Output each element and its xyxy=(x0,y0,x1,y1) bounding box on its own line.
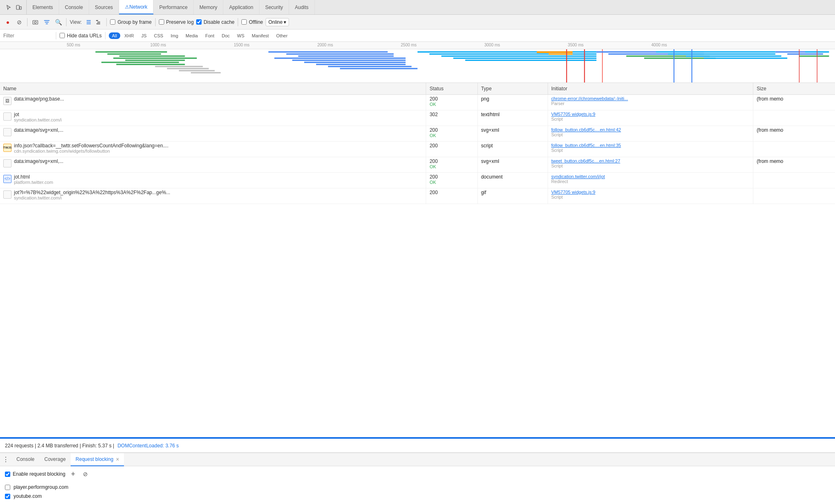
type-cell: svg+xml xyxy=(477,126,548,141)
table-row[interactable]: 🖼 data:image/png;base... 200 OK png chro… xyxy=(0,94,835,110)
filter-type-manifest[interactable]: Manifest xyxy=(248,32,272,39)
tab-application[interactable]: Application xyxy=(223,0,259,14)
initiator-link[interactable]: VM57705 widgets.js:9 xyxy=(551,190,750,195)
initiator-link[interactable]: follow_button.cb6df5c....en.html:42 xyxy=(551,127,750,132)
svg-rect-22 xyxy=(304,62,406,63)
tab-label: Sources xyxy=(95,5,113,10)
record-button[interactable]: ● xyxy=(3,18,12,27)
separator xyxy=(27,18,28,26)
initiator-link[interactable]: VM57705 widgets.js:9 xyxy=(551,112,750,117)
online-select[interactable]: Online ▾ xyxy=(266,18,289,26)
name-cell: data:image/svg+xml,... xyxy=(0,157,426,172)
name-sub: platform.twitter.com xyxy=(14,180,53,185)
hide-data-urls-wrap[interactable]: Hide data URLs xyxy=(60,33,102,39)
filter-type-doc[interactable]: Doc xyxy=(218,32,233,39)
camera-button[interactable] xyxy=(31,18,40,27)
device-icon[interactable] xyxy=(15,3,23,11)
offline-checkbox[interactable] xyxy=(241,19,247,25)
rb-item-checkbox[interactable] xyxy=(5,485,10,490)
filter-type-font[interactable]: Font xyxy=(202,32,218,39)
block-icon[interactable]: ⊘ xyxy=(81,470,90,479)
filter-type-media[interactable]: Media xyxy=(182,32,201,39)
ruler-mark: 500 ms xyxy=(67,43,80,47)
status-cell: 302 xyxy=(426,110,477,126)
svg-rect-30 xyxy=(465,60,596,61)
type-value: text/html xyxy=(481,112,500,117)
filter-type-img[interactable]: Img xyxy=(167,32,181,39)
add-pattern-button[interactable]: + xyxy=(69,470,78,479)
tab-security[interactable]: Security xyxy=(259,0,289,14)
col-header-size[interactable]: Size xyxy=(753,83,835,94)
bottom-tab-console[interactable]: Console xyxy=(11,453,39,466)
tab-network[interactable]: ⚠Network xyxy=(119,0,154,14)
initiator-link[interactable]: syndication.twitter.com/i/jot xyxy=(551,174,750,179)
hide-data-urls-checkbox[interactable] xyxy=(60,33,65,38)
table-row[interactable]: jot syndication.twitter.com/i 302 text/h… xyxy=(0,110,835,126)
initiator-link[interactable]: follow_button.cb6df5c....en.html:35 xyxy=(551,143,750,148)
tab-audits[interactable]: Audits xyxy=(289,0,314,14)
col-header-status[interactable]: Status xyxy=(426,83,477,94)
tab-sources[interactable]: Sources xyxy=(89,0,119,14)
filter-type-ws[interactable]: WS xyxy=(234,32,248,39)
col-header-initiator[interactable]: Initiator xyxy=(548,83,753,94)
initiator-link[interactable]: chrome-error://chromewebdata/:-Initi... xyxy=(551,96,750,101)
tab-performance[interactable]: Performance xyxy=(154,0,194,14)
ruler-mark: 2500 ms xyxy=(401,43,416,47)
tab-label: Performance xyxy=(159,5,188,10)
waterfall-view-button[interactable] xyxy=(94,18,103,27)
network-table-scroll[interactable]: Name Status Type Initiator Size 🖼 data:i… xyxy=(0,83,835,438)
size-value: (from memo xyxy=(757,127,783,133)
filter-type-js[interactable]: JS xyxy=(138,32,150,39)
separator5 xyxy=(238,18,238,26)
view-label: View: xyxy=(70,19,82,25)
filter-type-all[interactable]: All xyxy=(109,32,120,39)
filter-separator2 xyxy=(105,32,106,39)
group-by-frame-checkbox[interactable] xyxy=(110,19,115,25)
clear-button[interactable]: ⊘ xyxy=(15,18,24,27)
close-icon[interactable]: × xyxy=(116,456,119,462)
filter-input[interactable] xyxy=(3,33,53,39)
bottom-tab-request-blocking[interactable]: Request blocking× xyxy=(71,453,124,466)
svg-rect-7 xyxy=(96,20,98,21)
tab-label: Application xyxy=(229,5,253,10)
disable-cache-checkbox[interactable] xyxy=(196,19,202,25)
tab-elements[interactable]: Elements xyxy=(27,0,59,14)
table-row[interactable]: jot?l=%7B%22widget_origin%22%3A%22https%… xyxy=(0,188,835,204)
status-cell: 200 OK xyxy=(426,126,477,141)
enable-blocking-wrap[interactable]: Enable request blocking xyxy=(5,471,65,477)
initiator-link[interactable]: tweet_button.cb6df5c....en.html:27 xyxy=(551,158,750,163)
col-header-type[interactable]: Type xyxy=(477,83,548,94)
filter-type-other[interactable]: Other xyxy=(273,32,291,39)
name-main: data:image/svg+xml,... xyxy=(14,158,63,164)
ruler-mark: 1000 ms xyxy=(150,43,166,47)
rb-item-checkbox[interactable] xyxy=(5,494,10,499)
tab-console[interactable]: Console xyxy=(59,0,89,14)
filter-type-css[interactable]: CSS xyxy=(151,32,167,39)
initiator-sub: Parser xyxy=(551,101,750,106)
enable-blocking-checkbox[interactable] xyxy=(5,472,10,477)
table-row[interactable]: data:image/svg+xml,... 200 OK svg+xml tw… xyxy=(0,157,835,172)
group-by-frame-wrap[interactable]: Group by frame xyxy=(110,19,151,25)
bottom-tab-coverage[interactable]: Coverage xyxy=(39,453,71,466)
bottom-tab-label: Console xyxy=(16,456,34,462)
filter-separator xyxy=(56,32,56,39)
status-ok: OK xyxy=(429,180,474,185)
cursor-icon[interactable] xyxy=(5,3,13,11)
table-row[interactable]: data:image/svg+xml,... 200 OK svg+xml fo… xyxy=(0,126,835,141)
offline-wrap[interactable]: Offline xyxy=(241,19,263,25)
col-header-name[interactable]: Name xyxy=(0,83,426,94)
filter-type-xhr[interactable]: XHR xyxy=(121,32,137,39)
table-row[interactable]: TWJS info.json?callback=__twttr.setFollo… xyxy=(0,141,835,157)
preserve-log-wrap[interactable]: Preserve log xyxy=(159,19,194,25)
list-view-button[interactable] xyxy=(84,18,93,27)
enable-blocking-label: Enable request blocking xyxy=(13,471,65,477)
tab-memory[interactable]: Memory xyxy=(194,0,223,14)
disable-cache-wrap[interactable]: Disable cache xyxy=(196,19,234,25)
svg-rect-1 xyxy=(20,7,21,9)
preserve-log-checkbox[interactable] xyxy=(159,19,164,25)
filter-button[interactable] xyxy=(42,18,51,27)
search-button[interactable]: 🔍 xyxy=(54,18,63,27)
bottom-panel: ⋮ ConsoleCoverageRequest blocking× Enabl… xyxy=(0,453,835,504)
table-row[interactable]: </> jot.html platform.twitter.com 200 OK… xyxy=(0,172,835,188)
bottom-tab-menu-icon[interactable]: ⋮ xyxy=(2,456,10,464)
